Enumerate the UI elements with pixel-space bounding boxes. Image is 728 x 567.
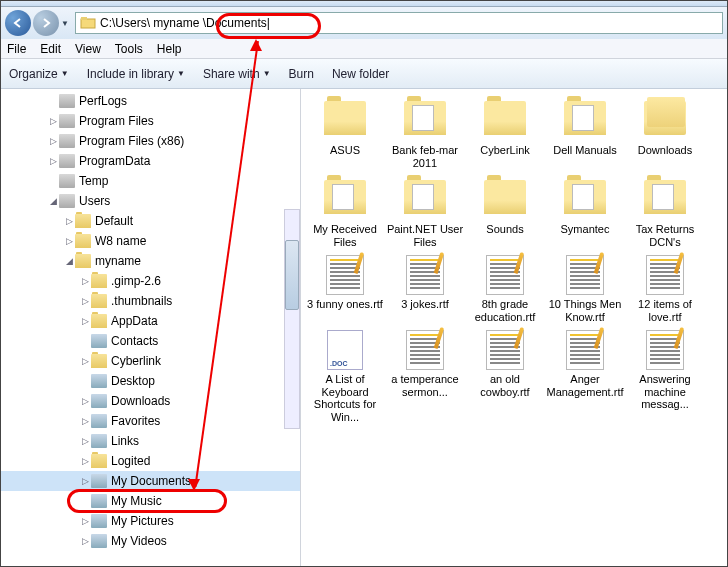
file-item[interactable]: a temperance sermon... xyxy=(385,330,465,424)
menu-view[interactable]: View xyxy=(75,42,101,56)
forward-button[interactable] xyxy=(33,10,59,36)
tree-item[interactable]: Desktop xyxy=(1,371,300,391)
share-with-button[interactable]: Share with ▼ xyxy=(203,67,271,81)
expander-icon[interactable]: ▷ xyxy=(47,136,59,146)
file-item[interactable]: Paint.NET User Files xyxy=(385,176,465,249)
file-item[interactable]: Sounds xyxy=(465,176,545,249)
drive-icon xyxy=(59,154,75,168)
file-item[interactable]: Downloads xyxy=(625,97,705,170)
expander-icon[interactable]: ▷ xyxy=(63,216,75,226)
file-item[interactable]: Tax Returns DCN's xyxy=(625,176,705,249)
file-item[interactable]: Symantec xyxy=(545,176,625,249)
chevron-down-icon: ▼ xyxy=(61,69,69,78)
expander-icon[interactable]: ▷ xyxy=(47,116,59,126)
file-item[interactable]: 3 funny ones.rtf xyxy=(305,255,385,324)
tree-item-label: Links xyxy=(111,434,139,448)
expander-icon[interactable]: ▷ xyxy=(79,476,91,486)
folder-icon xyxy=(80,15,96,31)
chevron-down-icon: ▼ xyxy=(263,69,271,78)
file-item[interactable]: My Received Files xyxy=(305,176,385,249)
tree-item[interactable]: ▷My Pictures xyxy=(1,511,300,531)
expander-icon[interactable]: ▷ xyxy=(79,356,91,366)
rtf-icon xyxy=(561,255,609,295)
tree-item[interactable]: ◢myname xyxy=(1,251,300,271)
address-bar[interactable]: C:\Users\ myname \Documents| xyxy=(75,12,723,34)
expander-icon[interactable]: ▷ xyxy=(63,236,75,246)
menu-help[interactable]: Help xyxy=(157,42,182,56)
file-item[interactable]: CyberLink xyxy=(465,97,545,170)
expander-icon[interactable]: ▷ xyxy=(79,396,91,406)
back-button[interactable] xyxy=(5,10,31,36)
new-folder-button[interactable]: New folder xyxy=(332,67,389,81)
file-item[interactable]: Anger Management.rtf xyxy=(545,330,625,424)
tree-item[interactable]: ▷Favorites xyxy=(1,411,300,431)
file-label: 3 jokes.rtf xyxy=(385,298,465,324)
tree-item-label: .thumbnails xyxy=(111,294,172,308)
organize-button[interactable]: Organize ▼ xyxy=(9,67,69,81)
file-item[interactable]: an old cowboy.rtf xyxy=(465,330,545,424)
expander-icon[interactable]: ▷ xyxy=(47,156,59,166)
expander-icon[interactable]: ◢ xyxy=(47,196,59,206)
burn-button[interactable]: Burn xyxy=(289,67,314,81)
expander-icon[interactable]: ▷ xyxy=(79,276,91,286)
menu-edit[interactable]: Edit xyxy=(40,42,61,56)
tree-item[interactable]: ▷My Documents xyxy=(1,471,300,491)
file-item[interactable]: 8th grade education.rtf xyxy=(465,255,545,324)
tree-item[interactable]: Contacts xyxy=(1,331,300,351)
tree-item[interactable]: ▷Logited xyxy=(1,451,300,471)
file-item[interactable]: Answering machine messag... xyxy=(625,330,705,424)
tree-item[interactable]: ▷Cyberlink xyxy=(1,351,300,371)
tree-item[interactable]: ▷AppData xyxy=(1,311,300,331)
expander-icon[interactable]: ▷ xyxy=(79,296,91,306)
folder-icon xyxy=(91,454,107,468)
file-item[interactable]: 10 Things Men Know.rtf xyxy=(545,255,625,324)
sidebar-scrollbar[interactable] xyxy=(284,209,300,429)
folder-icon xyxy=(91,314,107,328)
expander-icon[interactable]: ▷ xyxy=(79,456,91,466)
expander-icon[interactable]: ▷ xyxy=(79,516,91,526)
folder-icon xyxy=(75,234,91,248)
menu-tools[interactable]: Tools xyxy=(115,42,143,56)
tree-item[interactable]: My Music xyxy=(1,491,300,511)
scrollbar-thumb[interactable] xyxy=(285,240,299,310)
tree-item-label: Default xyxy=(95,214,133,228)
file-item[interactable]: A List of Keyboard Shortcuts for Win... xyxy=(305,330,385,424)
file-label: Sounds xyxy=(465,223,545,249)
tree-item[interactable]: ▷Program Files xyxy=(1,111,300,131)
expander-icon[interactable]: ▷ xyxy=(79,416,91,426)
file-item[interactable]: 12 items of love.rtf xyxy=(625,255,705,324)
tree-item[interactable]: PerfLogs xyxy=(1,91,300,111)
expander-icon[interactable]: ▷ xyxy=(79,536,91,546)
tree-item-label: PerfLogs xyxy=(79,94,127,108)
main-area: PerfLogs▷Program Files▷Program Files (x8… xyxy=(1,89,727,567)
svg-rect-0 xyxy=(81,19,95,28)
expander-icon[interactable]: ▷ xyxy=(79,436,91,446)
include-in-library-button[interactable]: Include in library ▼ xyxy=(87,67,185,81)
file-label: 8th grade education.rtf xyxy=(465,298,545,324)
file-item[interactable]: Bank feb-mar 2011 xyxy=(385,97,465,170)
tree-item[interactable]: ▷ProgramData xyxy=(1,151,300,171)
sys-icon xyxy=(91,494,107,508)
file-label: 10 Things Men Know.rtf xyxy=(545,298,625,324)
expander-icon[interactable]: ▷ xyxy=(79,316,91,326)
tree-item[interactable]: ▷Default xyxy=(1,211,300,231)
tree-item-label: Desktop xyxy=(111,374,155,388)
file-item[interactable]: Dell Manuals xyxy=(545,97,625,170)
file-label: 12 items of love.rtf xyxy=(625,298,705,324)
tree-item[interactable]: ▷My Videos xyxy=(1,531,300,551)
tree-item[interactable]: ▷.gimp-2.6 xyxy=(1,271,300,291)
rtf-icon xyxy=(641,255,689,295)
expander-icon[interactable]: ◢ xyxy=(63,256,75,266)
tree-item[interactable]: ▷.thumbnails xyxy=(1,291,300,311)
tree-item[interactable]: Temp xyxy=(1,171,300,191)
file-label: Answering machine messag... xyxy=(625,373,705,411)
tree-item[interactable]: ▷Links xyxy=(1,431,300,451)
file-item[interactable]: ASUS xyxy=(305,97,385,170)
tree-item[interactable]: ▷W8 name xyxy=(1,231,300,251)
menu-file[interactable]: File xyxy=(7,42,26,56)
history-dropdown[interactable]: ▼ xyxy=(61,19,73,28)
tree-item[interactable]: ▷Program Files (x86) xyxy=(1,131,300,151)
tree-item[interactable]: ▷Downloads xyxy=(1,391,300,411)
tree-item[interactable]: ◢Users xyxy=(1,191,300,211)
file-item[interactable]: 3 jokes.rtf xyxy=(385,255,465,324)
